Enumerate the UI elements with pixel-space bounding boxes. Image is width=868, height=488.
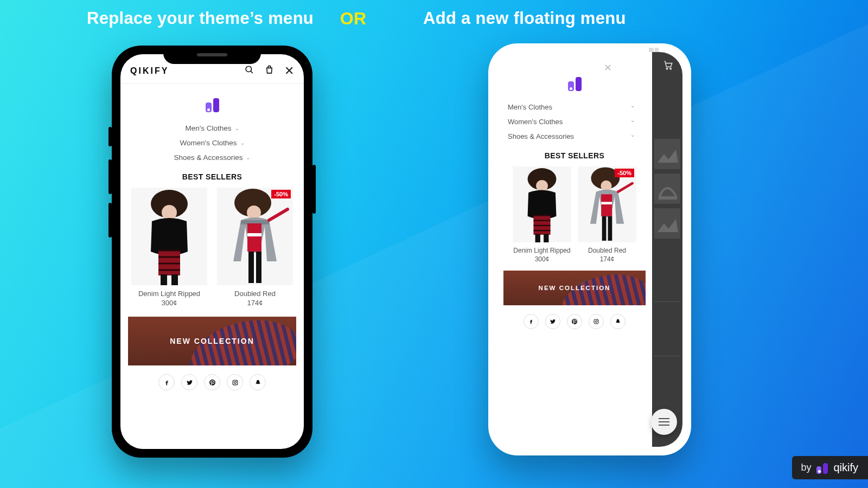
phone-replace-theme: QIKIFY ✕ Men's Clothes⌄ Women's Clothes⌄… — [112, 46, 312, 458]
product-price: 174¢ — [578, 255, 636, 263]
product-name: Denim Light Ripped — [131, 290, 207, 298]
svg-rect-12 — [247, 233, 261, 236]
product-card[interactable]: -50% Doubled Red 174¢ — [578, 166, 636, 263]
product-image: -50% — [217, 188, 293, 285]
background-page — [652, 52, 682, 447]
chevron-down-icon: ⌄ — [235, 125, 239, 131]
close-icon[interactable]: ✕ — [604, 62, 612, 74]
svg-rect-14 — [256, 252, 261, 283]
product-card[interactable]: -50% Doubled Red 174¢ — [217, 188, 293, 307]
svg-point-16 — [234, 381, 236, 383]
phone-side-button — [108, 127, 112, 146]
phone-floating-menu: ✕ Men's Clothes⌄ Women's Clothes⌄ Shoes … — [488, 43, 691, 455]
twitter-icon[interactable] — [181, 374, 197, 390]
new-collection-banner[interactable]: NEW COLLECTION — [128, 317, 296, 365]
store-logo — [497, 52, 652, 101]
nav-item-mens[interactable]: Men's Clothes⌄ — [497, 103, 652, 111]
instagram-icon[interactable] — [589, 314, 604, 329]
product-grid: Denim Light Ripped 300¢ -50% — [497, 166, 652, 263]
store-logo — [120, 84, 304, 122]
svg-rect-20 — [659, 196, 677, 200]
nav-item-shoes[interactable]: Shoes & Accessories⌄ — [120, 153, 304, 162]
product-name: Denim Light Ripped — [513, 247, 571, 254]
svg-rect-30 — [601, 194, 612, 216]
search-icon[interactable] — [244, 65, 254, 78]
qikify-logo-icon — [206, 96, 219, 112]
new-collection-banner[interactable]: NEW COLLECTION — [503, 271, 646, 305]
phone-screen: QIKIFY ✕ Men's Clothes⌄ Women's Clothes⌄… — [120, 54, 304, 449]
product-name: Doubled Red — [217, 290, 293, 298]
product-price: 300¢ — [513, 255, 571, 263]
headline-floating: Add a new floating menu — [423, 9, 626, 28]
facebook-icon[interactable] — [524, 314, 539, 329]
nav-item-shoes[interactable]: Shoes & Accessories⌄ — [497, 132, 652, 140]
nav-item-womens[interactable]: Women's Clothes⌄ — [497, 118, 652, 126]
chevron-down-icon: ⌄ — [630, 132, 635, 140]
bag-icon[interactable] — [264, 65, 275, 78]
instagram-icon[interactable] — [227, 374, 243, 390]
svg-rect-26 — [544, 234, 548, 242]
twitter-icon[interactable] — [545, 314, 560, 329]
svg-rect-11 — [247, 223, 261, 252]
store-brand: QIKIFY — [130, 66, 169, 76]
svg-rect-33 — [608, 216, 612, 241]
product-image — [131, 188, 207, 285]
headline-or: OR — [329, 9, 378, 29]
phone-side-button — [312, 165, 316, 214]
svg-point-23 — [536, 180, 548, 192]
store-nav: Men's Clothes⌄ Women's Clothes⌄ Shoes & … — [497, 101, 652, 149]
svg-rect-32 — [602, 216, 607, 241]
bg-thumbnail — [654, 139, 680, 169]
snapchat-icon[interactable] — [250, 374, 266, 390]
byline-by: by — [801, 462, 811, 473]
product-image: -50% — [578, 166, 636, 242]
svg-rect-31 — [601, 202, 612, 204]
svg-rect-13 — [248, 252, 254, 283]
svg-line-1 — [251, 71, 253, 73]
facebook-icon[interactable] — [158, 374, 175, 390]
section-title: BEST SELLERS — [120, 170, 304, 188]
svg-rect-25 — [535, 234, 540, 242]
close-icon[interactable]: ✕ — [284, 64, 294, 78]
svg-point-36 — [597, 320, 598, 320]
product-name: Doubled Red — [578, 247, 636, 254]
pinterest-icon[interactable] — [204, 374, 220, 390]
status-bar-icon — [649, 48, 661, 52]
social-row — [497, 305, 652, 338]
nav-item-mens[interactable]: Men's Clothes⌄ — [120, 124, 304, 132]
product-price: 300¢ — [131, 299, 207, 307]
pinterest-icon[interactable] — [567, 314, 582, 329]
chevron-down-icon: ⌄ — [630, 102, 635, 111]
product-card[interactable]: Denim Light Ripped 300¢ — [131, 188, 207, 307]
phone-notch — [163, 46, 261, 64]
svg-point-19 — [670, 68, 671, 69]
snapchat-icon[interactable] — [610, 314, 626, 329]
svg-rect-7 — [171, 274, 178, 285]
social-row — [120, 365, 304, 399]
floating-menu-drawer: ✕ Men's Clothes⌄ Women's Clothes⌄ Shoes … — [497, 52, 652, 447]
byline-badge: by qikify — [792, 456, 868, 479]
header-icons: ✕ — [244, 64, 294, 78]
product-grid: Denim Light Ripped 300¢ -50% — [120, 188, 304, 307]
nav-item-womens[interactable]: Women's Clothes⌄ — [120, 139, 304, 147]
banner-text: NEW COLLECTION — [539, 285, 611, 291]
chevron-down-icon: ⌄ — [630, 117, 635, 125]
cart-icon[interactable] — [663, 60, 674, 73]
product-card[interactable]: Denim Light Ripped 300¢ — [513, 166, 571, 263]
qikify-logo-icon — [568, 75, 582, 91]
discount-badge: -50% — [271, 190, 291, 198]
product-price: 174¢ — [217, 299, 293, 307]
product-image — [513, 166, 571, 242]
phone-screen: ✕ Men's Clothes⌄ Women's Clothes⌄ Shoes … — [497, 52, 682, 447]
svg-point-0 — [246, 66, 251, 72]
chevron-down-icon: ⌄ — [246, 155, 250, 160]
phone-side-button — [108, 159, 112, 194]
bg-thumbnail — [654, 208, 680, 239]
hamburger-icon — [659, 421, 669, 422]
qikify-logo-icon — [816, 462, 828, 474]
svg-point-35 — [595, 320, 597, 323]
floating-menu-button[interactable] — [651, 409, 677, 435]
svg-point-4 — [162, 205, 177, 220]
byline-brand: qikify — [833, 461, 858, 474]
store-nav: Men's Clothes⌄ Women's Clothes⌄ Shoes & … — [120, 122, 304, 170]
